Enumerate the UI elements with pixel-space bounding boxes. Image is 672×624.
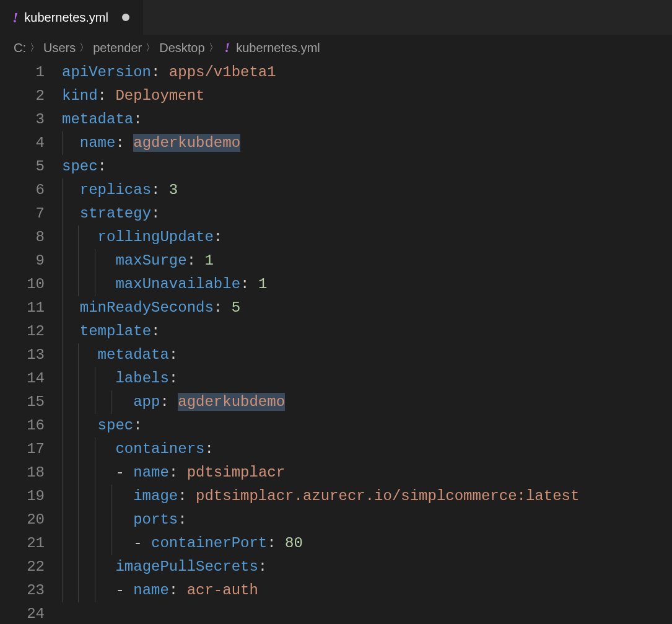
indent-guide <box>62 555 63 579</box>
code-line[interactable]: - containerPort: 80 <box>62 532 672 555</box>
line-number: 6 <box>0 178 45 202</box>
breadcrumb[interactable]: C: 〉 Users 〉 petender 〉 Desktop 〉 ! kube… <box>0 35 672 61</box>
code-line[interactable]: kind: Deployment <box>62 84 672 108</box>
indent-guide <box>78 532 79 555</box>
code-line[interactable]: labels: <box>62 367 672 390</box>
line-number: 21 <box>0 532 45 555</box>
indent-guide <box>62 178 63 202</box>
breadcrumb-segment[interactable]: C: <box>14 41 26 55</box>
indent-guide <box>62 390 63 414</box>
code-line[interactable]: maxSurge: 1 <box>62 249 672 273</box>
indent-guide <box>78 461 79 485</box>
code-editor[interactable]: 123456789101112131415161718192021222324 … <box>0 61 672 624</box>
line-number: 20 <box>0 508 45 532</box>
line-number: 11 <box>0 296 45 320</box>
word-highlight: agderkubdemo <box>133 134 240 152</box>
breadcrumb-segment[interactable]: Users <box>43 41 76 55</box>
unsaved-indicator-icon[interactable] <box>122 14 129 21</box>
line-number: 17 <box>0 437 45 461</box>
indent-guide <box>62 226 63 249</box>
indent-guide <box>62 273 63 296</box>
line-number: 23 <box>0 579 45 602</box>
tab-filename: kubernetes.yml <box>24 11 108 25</box>
indent-guide <box>95 461 95 485</box>
indent-guide <box>78 437 79 461</box>
tab-bar: ! kubernetes.yml <box>0 0 672 35</box>
code-line[interactable]: ports: <box>62 508 672 532</box>
code-line[interactable]: image: pdtsimplacr.azurecr.io/simplcomme… <box>62 485 672 508</box>
line-number: 19 <box>0 485 45 508</box>
code-line[interactable]: containers: <box>62 437 672 461</box>
indent-guide <box>62 367 63 390</box>
line-number: 24 <box>0 602 45 624</box>
code-line[interactable]: metadata: <box>62 343 672 367</box>
code-line[interactable] <box>62 602 672 624</box>
line-number-gutter: 123456789101112131415161718192021222324 <box>0 61 62 624</box>
code-line[interactable]: name: agderkubdemo <box>62 131 672 155</box>
code-line[interactable]: apiVersion: apps/v1beta1 <box>62 61 672 84</box>
indent-guide <box>78 226 79 249</box>
code-line[interactable]: replicas: 3 <box>62 178 672 202</box>
code-line[interactable]: - name: pdtsimplacr <box>62 461 672 485</box>
indent-guide <box>95 249 95 273</box>
indent-guide <box>95 485 95 508</box>
line-number: 12 <box>0 320 45 343</box>
breadcrumb-segment[interactable]: petender <box>93 41 142 55</box>
indent-guide <box>62 131 63 155</box>
chevron-right-icon: 〉 <box>30 42 40 55</box>
code-line[interactable]: rollingUpdate: <box>62 226 672 249</box>
indent-guide <box>78 249 79 273</box>
indent-guide <box>111 532 111 555</box>
indent-guide <box>62 532 63 555</box>
yaml-file-icon: ! <box>12 9 18 26</box>
indent-guide <box>95 437 95 461</box>
indent-guide <box>95 532 95 555</box>
indent-guide <box>95 273 95 296</box>
indent-guide <box>62 508 63 532</box>
line-number: 13 <box>0 343 45 367</box>
indent-guide <box>78 485 79 508</box>
indent-guide <box>95 579 95 602</box>
yaml-file-icon: ! <box>225 40 230 56</box>
line-number: 22 <box>0 555 45 579</box>
indent-guide <box>62 414 63 437</box>
indent-guide <box>62 461 63 485</box>
indent-guide <box>62 296 63 320</box>
code-line[interactable]: maxUnavailable: 1 <box>62 273 672 296</box>
line-number: 3 <box>0 108 45 131</box>
indent-guide <box>62 579 63 602</box>
breadcrumb-file[interactable]: kubernetes.yml <box>236 41 320 55</box>
indent-guide <box>111 485 111 508</box>
code-line[interactable]: metadata: <box>62 108 672 131</box>
code-line[interactable]: spec: <box>62 155 672 178</box>
indent-guide <box>95 555 95 579</box>
indent-guide <box>78 390 79 414</box>
code-line[interactable]: - name: acr-auth <box>62 579 672 602</box>
editor-tab[interactable]: ! kubernetes.yml <box>0 0 142 35</box>
code-line[interactable]: template: <box>62 320 672 343</box>
indent-guide <box>78 367 79 390</box>
breadcrumb-segment[interactable]: Desktop <box>159 41 204 55</box>
code-content[interactable]: apiVersion: apps/v1beta1kind: Deployment… <box>62 61 672 624</box>
indent-guide <box>78 343 79 367</box>
indent-guide <box>62 320 63 343</box>
word-highlight: agderkubdemo <box>178 393 285 411</box>
line-number: 1 <box>0 61 45 84</box>
code-line[interactable]: imagePullSecrets: <box>62 555 672 579</box>
indent-guide <box>111 390 111 414</box>
indent-guide <box>78 508 79 532</box>
line-number: 2 <box>0 84 45 108</box>
indent-guide <box>95 367 95 390</box>
code-line[interactable]: spec: <box>62 414 672 437</box>
line-number: 8 <box>0 226 45 249</box>
code-line[interactable]: minReadySeconds: 5 <box>62 296 672 320</box>
indent-guide <box>78 414 79 437</box>
chevron-right-icon: 〉 <box>209 42 219 55</box>
indent-guide <box>62 343 63 367</box>
line-number: 15 <box>0 390 45 414</box>
code-line[interactable]: app: agderkubdemo <box>62 390 672 414</box>
code-line[interactable]: strategy: <box>62 202 672 226</box>
indent-guide <box>62 249 63 273</box>
line-number: 10 <box>0 273 45 296</box>
line-number: 5 <box>0 155 45 178</box>
